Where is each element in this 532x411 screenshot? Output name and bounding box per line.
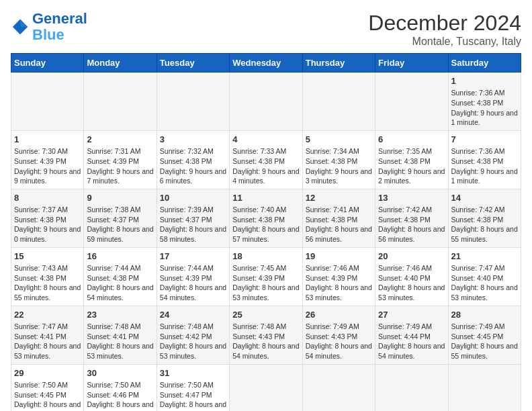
calendar-cell: 26 Sunrise: 7:49 AM Sunset: 4:43 PM Dayl… (302, 306, 375, 364)
sunrise-text: Sunrise: 7:48 AM (87, 322, 140, 330)
daylight-text: Daylight: 8 hours and 54 minutes. (232, 342, 299, 360)
calendar-week-row: 1 Sunrise: 7:30 AM Sunset: 4:39 PM Dayli… (11, 130, 521, 189)
daylight-text: Daylight: 9 hours and 1 minute. (451, 109, 518, 127)
sunset-text: Sunset: 4:38 PM (160, 157, 212, 165)
page-subtitle: Montale, Tuscany, Italy (368, 36, 521, 48)
calendar-cell (302, 73, 375, 131)
calendar-cell: 1 Sunrise: 7:30 AM Sunset: 4:39 PM Dayli… (11, 130, 84, 189)
daylight-text: Daylight: 9 hours and 6 minutes. (160, 167, 226, 185)
day-number: 5 (306, 134, 372, 146)
daylight-text: Daylight: 8 hours and 56 minutes. (87, 400, 153, 411)
calendar-cell: 2 Sunrise: 7:31 AM Sunset: 4:39 PM Dayli… (84, 130, 157, 189)
day-number: 11 (232, 192, 299, 204)
day-number: 19 (306, 250, 372, 263)
calendar-week-row: 15 Sunrise: 7:43 AM Sunset: 4:38 PM Dayl… (11, 247, 521, 306)
calendar-cell: 19 Sunrise: 7:46 AM Sunset: 4:39 PM Dayl… (302, 247, 375, 306)
sunset-text: Sunset: 4:42 PM (160, 332, 212, 340)
calendar-cell: 22 Sunrise: 7:47 AM Sunset: 4:41 PM Dayl… (11, 306, 84, 364)
sunset-text: Sunset: 4:38 PM (451, 157, 504, 165)
sunset-text: Sunset: 4:41 PM (87, 332, 139, 340)
sunrise-text: Sunrise: 7:46 AM (306, 264, 359, 272)
daylight-text: Daylight: 8 hours and 54 minutes. (87, 283, 153, 302)
calendar-week-row: 8 Sunrise: 7:37 AM Sunset: 4:38 PM Dayli… (11, 189, 521, 247)
calendar-cell: 18 Sunrise: 7:45 AM Sunset: 4:39 PM Dayl… (230, 247, 302, 306)
calendar-week-row: 1 Sunrise: 7:36 AM Sunset: 4:38 PM Dayli… (11, 73, 521, 131)
calendar-cell: 17 Sunrise: 7:44 AM Sunset: 4:39 PM Dayl… (157, 247, 229, 306)
calendar-cell (84, 73, 157, 131)
daylight-text: Daylight: 8 hours and 57 minutes. (160, 400, 226, 411)
calendar-cell: 30 Sunrise: 7:50 AM Sunset: 4:46 PM Dayl… (84, 364, 157, 411)
daylight-text: Daylight: 8 hours and 57 minutes. (232, 225, 299, 243)
sunrise-text: Sunrise: 7:46 AM (378, 264, 432, 272)
daylight-text: Daylight: 8 hours and 54 minutes. (160, 283, 226, 302)
sunrise-text: Sunrise: 7:45 AM (232, 264, 286, 272)
sunrise-text: Sunrise: 7:41 AM (306, 205, 359, 214)
calendar-cell: 27 Sunrise: 7:49 AM Sunset: 4:44 PM Dayl… (375, 306, 448, 364)
sunrise-text: Sunrise: 7:32 AM (160, 147, 214, 155)
sunrise-text: Sunrise: 7:37 AM (14, 205, 68, 214)
calendar-cell: 4 Sunrise: 7:33 AM Sunset: 4:38 PM Dayli… (230, 130, 302, 189)
daylight-text: Daylight: 8 hours and 55 minutes. (14, 400, 81, 411)
calendar-cell: 7 Sunrise: 7:36 AM Sunset: 4:38 PM Dayli… (448, 130, 521, 189)
sunset-text: Sunset: 4:40 PM (451, 274, 504, 282)
daylight-text: Daylight: 9 hours and 4 minutes. (232, 167, 299, 185)
daylight-text: Daylight: 9 hours and 3 minutes. (306, 167, 372, 185)
weekday-header: Monday (84, 54, 157, 73)
sunrise-text: Sunrise: 7:42 AM (451, 205, 505, 214)
daylight-text: Daylight: 8 hours and 54 minutes. (306, 342, 372, 360)
sunrise-text: Sunrise: 7:33 AM (232, 147, 286, 155)
calendar-cell (375, 364, 448, 411)
weekday-header: Saturday (448, 54, 521, 73)
day-number: 30 (87, 367, 153, 379)
day-number: 27 (378, 309, 445, 321)
sunset-text: Sunset: 4:41 PM (14, 332, 66, 340)
calendar-cell: 1 Sunrise: 7:36 AM Sunset: 4:38 PM Dayli… (448, 73, 521, 131)
calendar-cell: 3 Sunrise: 7:32 AM Sunset: 4:38 PM Dayli… (157, 130, 229, 189)
sunrise-text: Sunrise: 7:42 AM (378, 205, 432, 214)
calendar-cell: 20 Sunrise: 7:46 AM Sunset: 4:40 PM Dayl… (375, 247, 448, 306)
calendar-cell (230, 364, 302, 411)
calendar-body: 1 Sunrise: 7:36 AM Sunset: 4:38 PM Dayli… (11, 73, 521, 412)
day-number: 17 (160, 250, 226, 263)
sunset-text: Sunset: 4:38 PM (87, 274, 139, 282)
calendar-header-row: SundayMondayTuesdayWednesdayThursdayFrid… (11, 54, 521, 73)
sunrise-text: Sunrise: 7:40 AM (232, 205, 286, 214)
daylight-text: Daylight: 8 hours and 53 minutes. (87, 342, 153, 360)
calendar-cell: 6 Sunrise: 7:35 AM Sunset: 4:38 PM Dayli… (375, 130, 448, 189)
calendar-cell: 8 Sunrise: 7:37 AM Sunset: 4:38 PM Dayli… (11, 189, 84, 247)
sunset-text: Sunset: 4:38 PM (14, 216, 66, 224)
calendar-cell: 5 Sunrise: 7:34 AM Sunset: 4:38 PM Dayli… (302, 130, 375, 189)
sunset-text: Sunset: 4:38 PM (306, 157, 358, 165)
calendar-cell: 14 Sunrise: 7:42 AM Sunset: 4:38 PM Dayl… (448, 189, 521, 247)
calendar-cell: 28 Sunrise: 7:49 AM Sunset: 4:45 PM Dayl… (448, 306, 521, 364)
day-number: 29 (14, 367, 81, 379)
daylight-text: Daylight: 9 hours and 0 minutes. (14, 225, 81, 243)
sunrise-text: Sunrise: 7:50 AM (87, 381, 140, 389)
logo-text: GeneralBlue (32, 11, 87, 43)
sunset-text: Sunset: 4:39 PM (160, 274, 212, 282)
daylight-text: Daylight: 8 hours and 53 minutes. (14, 342, 81, 360)
sunset-text: Sunset: 4:38 PM (378, 216, 431, 224)
day-number: 16 (87, 250, 153, 263)
calendar-cell: 13 Sunrise: 7:42 AM Sunset: 4:38 PM Dayl… (375, 189, 448, 247)
day-number: 25 (232, 309, 299, 321)
calendar-cell (302, 364, 375, 411)
sunrise-text: Sunrise: 7:39 AM (160, 205, 214, 214)
calendar-cell: 10 Sunrise: 7:39 AM Sunset: 4:37 PM Dayl… (157, 189, 229, 247)
sunset-text: Sunset: 4:38 PM (306, 216, 358, 224)
sunset-text: Sunset: 4:45 PM (451, 332, 504, 340)
sunrise-text: Sunrise: 7:48 AM (160, 322, 214, 330)
day-number: 24 (160, 309, 226, 321)
calendar-cell: 12 Sunrise: 7:41 AM Sunset: 4:38 PM Dayl… (302, 189, 375, 247)
day-number: 2 (87, 134, 153, 146)
calendar-cell: 16 Sunrise: 7:44 AM Sunset: 4:38 PM Dayl… (84, 247, 157, 306)
day-number: 23 (87, 309, 153, 321)
sunrise-text: Sunrise: 7:50 AM (160, 381, 214, 389)
calendar-cell: 25 Sunrise: 7:48 AM Sunset: 4:43 PM Dayl… (230, 306, 302, 364)
daylight-text: Daylight: 8 hours and 53 minutes. (232, 283, 299, 302)
weekday-header: Thursday (302, 54, 375, 73)
sunrise-text: Sunrise: 7:50 AM (14, 381, 68, 389)
day-number: 7 (451, 134, 518, 146)
sunrise-text: Sunrise: 7:43 AM (14, 264, 68, 272)
sunrise-text: Sunrise: 7:47 AM (451, 264, 505, 272)
